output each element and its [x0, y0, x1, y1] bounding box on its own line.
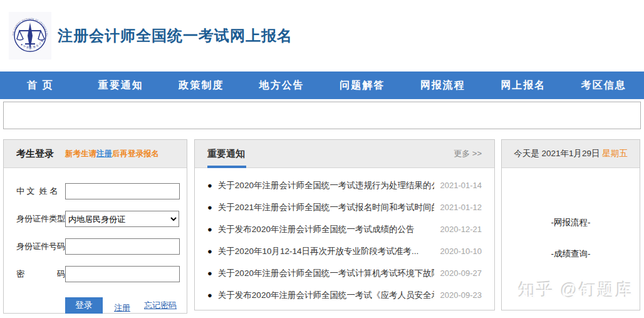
- nav-item-policies[interactable]: 政策制度: [161, 79, 242, 92]
- id-type-select[interactable]: 内地居民身份证: [65, 211, 179, 227]
- important-notices-panel: 重要通知 更多 >> ● 关于2020年注册会计师全国统一考试违规行为处理结果的…: [194, 139, 495, 310]
- notice-item[interactable]: ● 关于2020年注册会计师全国统一考试违规行为处理结果的公... 2021-0…: [207, 174, 482, 196]
- id-type-label: 身份证件类型: [16, 213, 65, 225]
- nav-item-faq[interactable]: 问题解答: [322, 79, 403, 92]
- chinese-name-input[interactable]: [65, 183, 180, 199]
- page-title: 注册会计师全国统一考试网上报名: [58, 26, 293, 46]
- login-button[interactable]: 登录: [65, 297, 103, 314]
- register-link[interactable]: 注册: [114, 302, 130, 314]
- nav-item-local-announcements[interactable]: 地方公告: [242, 79, 323, 92]
- weekday-text: 星期五: [602, 149, 628, 158]
- notice-item[interactable]: ● 关于发布2020年注册会计师全国统一考试成绩的公告 2020-12-21: [207, 218, 482, 240]
- id-type-row: 身份证件类型 内地居民身份证: [16, 211, 179, 227]
- name-row: 中 文 姓 名: [16, 183, 179, 199]
- banner-strip: [3, 102, 641, 129]
- notice-title[interactable]: 关于发布2020年注册会计师全国统一考试《应考人员安全承...: [218, 290, 434, 301]
- date-info-panel: 今天是 2021年1月29日 星期五 -网报流程- -成绩查询-: [501, 139, 640, 310]
- new-candidate-hint: 新考生请注册后再登录报名: [65, 149, 159, 159]
- forgot-password-link[interactable]: 忘记密码: [144, 300, 177, 311]
- notice-title[interactable]: 关于2020年10月12-14日再次开放专业阶段考试准考...: [218, 246, 434, 257]
- notice-title[interactable]: 关于2021年注册会计师全国统一考试报名时间和考试时间的...: [218, 202, 434, 213]
- hint-prefix: 新考生请: [65, 149, 96, 158]
- nav-item-online-registration[interactable]: 网上报名: [483, 79, 564, 92]
- notices-title: 重要通知: [207, 148, 245, 160]
- id-number-input[interactable]: [65, 238, 180, 255]
- bullet-icon: ●: [207, 268, 212, 278]
- notice-item[interactable]: ● 关于2020年10月12-14日再次开放专业阶段考试准考... 2020-1…: [207, 240, 482, 262]
- hint-suffix: 后再登录报名: [112, 149, 159, 158]
- main-content: 考生登录 新考生请注册后再登录报名 中 文 姓 名 身份证件类型 内地居民身份证…: [3, 139, 641, 314]
- nav-item-registration-process[interactable]: 网报流程: [403, 79, 484, 92]
- bullet-icon: ●: [207, 246, 212, 256]
- nav-item-exam-area-info[interactable]: 考区信息: [564, 79, 644, 92]
- register-inline-link[interactable]: 注册: [96, 149, 112, 158]
- bullet-icon: ●: [207, 203, 212, 212]
- login-title: 考生登录: [16, 148, 54, 160]
- password-input[interactable]: [65, 266, 180, 282]
- today-date: 今天是 2021年1月29日 星期五: [514, 148, 628, 159]
- bullet-icon: ●: [207, 225, 212, 234]
- site-header: THE CHINESE INSTITUTE OF CERTIFIED PUBLI…: [0, 0, 644, 72]
- notice-date: 2020-10-10: [440, 246, 482, 256]
- scales-emblem-icon: THE CHINESE INSTITUTE OF CERTIFIED PUBLI…: [10, 14, 50, 58]
- password-label: 密 码: [16, 268, 65, 280]
- main-nav: 首 页 重要通知 政策制度 地方公告 问题解答 网报流程 网上报名 考区信息: [0, 72, 644, 99]
- notice-date: 2021-01-12: [440, 203, 482, 212]
- notice-date: 2020-12-21: [440, 225, 482, 234]
- date-text: 今天是 2021年1月29日: [514, 149, 602, 158]
- notice-date: 2021-01-14: [440, 181, 482, 190]
- active-tab-underline: [207, 166, 246, 168]
- notice-title[interactable]: 关于2020年注册会计师全国统一考试违规行为处理结果的公...: [218, 180, 434, 191]
- more-link[interactable]: 更多 >>: [454, 148, 482, 159]
- score-query-link[interactable]: -成绩查询-: [502, 248, 640, 260]
- cicpa-logo-icon: THE CHINESE INSTITUTE OF CERTIFIED PUBLI…: [9, 12, 51, 60]
- registration-process-link[interactable]: -网报流程-: [502, 217, 640, 228]
- notice-item[interactable]: ● 关于2021年注册会计师全国统一考试报名时间和考试时间的... 2021-0…: [207, 196, 482, 218]
- bullet-icon: ●: [207, 290, 212, 300]
- nav-item-important-notices[interactable]: 重要通知: [81, 79, 162, 92]
- date-panel-header: 今天是 2021年1月29日 星期五: [502, 140, 640, 168]
- notices-panel-header: 重要通知 更多 >>: [195, 140, 494, 168]
- notice-title[interactable]: 关于2020年注册会计师全国统一考试计算机考试环境下故障...: [218, 268, 434, 279]
- notice-item[interactable]: ● 关于2020年注册会计师全国统一考试计算机考试环境下故障... 2020-0…: [207, 262, 482, 284]
- name-label: 中 文 姓 名: [16, 186, 65, 197]
- bullet-icon: ●: [207, 181, 212, 190]
- side-links: -网报流程- -成绩查询-: [502, 217, 640, 260]
- notice-title[interactable]: 关于发布2020年注册会计师全国统一考试成绩的公告: [218, 224, 434, 235]
- notice-date: 2020-09-27: [440, 268, 482, 278]
- notice-item[interactable]: ● 关于发布2020年注册会计师全国统一考试《应考人员安全承... 2020-0…: [207, 284, 482, 306]
- login-panel-header: 考生登录 新考生请注册后再登录报名: [4, 140, 187, 168]
- password-row: 密 码: [16, 266, 179, 282]
- notice-date: 2020-09-23: [440, 290, 482, 300]
- page: THE CHINESE INSTITUTE OF CERTIFIED PUBLI…: [0, 0, 644, 318]
- notices-list: ● 关于2020年注册会计师全国统一考试违规行为处理结果的公... 2021-0…: [195, 168, 494, 306]
- id-number-label: 身份证件号码: [16, 241, 65, 252]
- candidate-login-panel: 考生登录 新考生请注册后再登录报名 中 文 姓 名 身份证件类型 内地居民身份证…: [3, 139, 187, 314]
- login-form: 中 文 姓 名 身份证件类型 内地居民身份证 身份证件号码 密 码: [4, 168, 187, 314]
- id-number-row: 身份证件号码: [16, 238, 179, 255]
- nav-item-home[interactable]: 首 页: [0, 79, 81, 92]
- login-actions: 登录 注册 忘记密码: [16, 297, 179, 314]
